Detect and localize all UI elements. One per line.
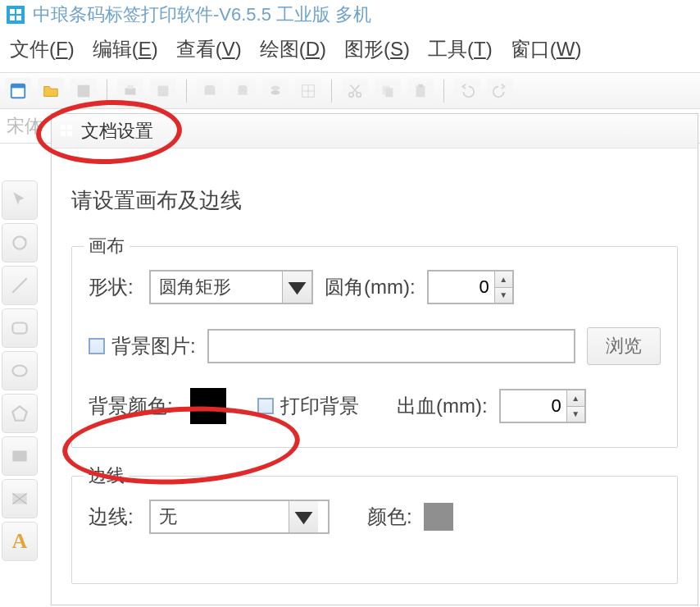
- border-label: 边线:: [89, 504, 138, 530]
- menu-file[interactable]: 文件(F): [10, 36, 75, 62]
- tool-new-icon[interactable]: [5, 78, 31, 104]
- bgimage-checkbox[interactable]: 背景图片:: [89, 333, 196, 359]
- dialog-heading: 请设置画布及边线: [71, 186, 678, 215]
- toolbar-separator: [443, 80, 444, 103]
- border-combobox[interactable]: 无: [149, 500, 330, 534]
- shape-label: 形状:: [89, 274, 138, 300]
- dialog-icon: [60, 121, 73, 142]
- svg-marker-41: [295, 511, 313, 523]
- dialog-titlebar[interactable]: 文档设置: [52, 114, 698, 148]
- toolbar-separator: [331, 80, 332, 103]
- shape-value: 圆角矩形: [151, 272, 282, 303]
- dialog-title: 文档设置: [81, 119, 153, 144]
- app-icon: [7, 6, 25, 24]
- group-canvas-legend: 画布: [84, 234, 130, 258]
- svg-rect-13: [239, 87, 248, 94]
- tool-text-icon[interactable]: A: [2, 522, 38, 561]
- tool-redo-icon[interactable]: [487, 78, 513, 104]
- svg-rect-39: [67, 131, 72, 136]
- radius-up-icon[interactable]: ▲: [495, 272, 512, 288]
- tool-rotate-icon[interactable]: [2, 223, 38, 262]
- font-name-display[interactable]: 宋体: [7, 116, 43, 136]
- menu-draw[interactable]: 绘图(D): [260, 36, 326, 62]
- svg-rect-29: [12, 323, 26, 334]
- dialog-body: 请设置画布及边线 画布 形状: 圆角矩形 圆角(mm): ▲ ▼: [52, 148, 698, 607]
- svg-rect-38: [61, 131, 66, 136]
- bgcolor-swatch[interactable]: [190, 388, 226, 424]
- svg-point-27: [13, 236, 25, 249]
- checkbox-icon: [89, 338, 105, 354]
- tool-cylinder-icon[interactable]: [230, 78, 256, 104]
- chevron-down-icon[interactable]: [289, 501, 318, 532]
- bleed-input[interactable]: [501, 390, 566, 422]
- browse-button[interactable]: 浏览: [587, 327, 661, 365]
- tool-line-icon[interactable]: [2, 266, 38, 305]
- menu-shape[interactable]: 图形(S): [344, 36, 410, 62]
- tool-paste-icon[interactable]: [407, 78, 434, 104]
- toolbar-separator: [186, 80, 187, 103]
- bgcolor-label: 背景颜色:: [89, 393, 179, 419]
- tool-ellipse-icon[interactable]: [2, 351, 38, 390]
- document-settings-dialog: 文档设置 请设置画布及边线 画布 形状: 圆角矩形 圆角(mm): ▲: [51, 113, 698, 605]
- toolbar: [0, 73, 700, 109]
- tool-save-icon[interactable]: [70, 78, 97, 104]
- menu-tools[interactable]: 工具(T): [428, 36, 493, 62]
- group-canvas: 画布 形状: 圆角矩形 圆角(mm): ▲ ▼: [71, 246, 678, 448]
- bgimage-path-input[interactable]: [207, 329, 575, 363]
- border-color-label: 颜色:: [367, 504, 412, 530]
- svg-rect-2: [10, 16, 15, 21]
- svg-rect-9: [158, 85, 169, 96]
- svg-point-30: [12, 366, 26, 377]
- border-color-swatch[interactable]: [424, 503, 453, 531]
- tool-roundrect-icon[interactable]: [2, 308, 38, 348]
- border-value: 无: [151, 501, 289, 532]
- tool-open-icon[interactable]: [38, 78, 64, 104]
- radius-down-icon[interactable]: ▼: [495, 288, 512, 304]
- tool-db-icon[interactable]: [197, 78, 223, 104]
- radius-input[interactable]: [429, 272, 494, 303]
- svg-point-14: [271, 85, 280, 90]
- svg-rect-6: [78, 84, 90, 97]
- printbg-label: 打印背景: [280, 393, 359, 419]
- menu-window[interactable]: 窗口(W): [511, 36, 582, 62]
- radius-stepper[interactable]: ▲ ▼: [427, 270, 514, 304]
- menu-edit[interactable]: 编辑(E): [93, 36, 158, 62]
- tool-grid-icon[interactable]: [295, 78, 321, 104]
- svg-rect-11: [205, 87, 216, 94]
- tool-polygon-icon[interactable]: [2, 394, 38, 433]
- tool-pattern-icon[interactable]: [2, 479, 38, 518]
- tool-undo-icon[interactable]: [454, 78, 480, 104]
- printbg-checkbox[interactable]: 打印背景: [257, 393, 359, 419]
- tool-pointer-icon[interactable]: [2, 180, 38, 220]
- svg-line-28: [12, 278, 26, 292]
- chevron-down-icon[interactable]: [282, 272, 311, 303]
- svg-rect-25: [416, 85, 425, 97]
- svg-rect-26: [418, 84, 423, 87]
- svg-rect-24: [385, 88, 393, 97]
- menu-view[interactable]: 查看(V): [176, 36, 242, 62]
- svg-rect-7: [125, 88, 136, 94]
- bleed-stepper[interactable]: ▲ ▼: [499, 389, 586, 423]
- bleed-up-icon[interactable]: ▲: [567, 390, 584, 407]
- group-border-legend: 边线: [84, 463, 130, 488]
- group-border: 边线 边线: 无 颜色:: [71, 476, 678, 584]
- tool-stack-icon[interactable]: [262, 78, 289, 104]
- bleed-down-icon[interactable]: ▼: [567, 407, 584, 422]
- checkbox-icon: [257, 398, 274, 414]
- svg-rect-5: [11, 84, 25, 88]
- shape-combobox[interactable]: 圆角矩形: [149, 270, 313, 304]
- tool-cut-icon[interactable]: [342, 78, 368, 104]
- tool-rect-icon[interactable]: [2, 436, 38, 476]
- tool-export-icon[interactable]: [150, 78, 176, 104]
- tool-copy-icon[interactable]: [375, 78, 401, 104]
- svg-rect-3: [16, 16, 21, 21]
- app-titlebar: 中琅条码标签打印软件-V6.5.5 工业版 多机: [0, 0, 700, 30]
- radius-label: 圆角(mm):: [325, 274, 416, 300]
- tool-print-icon[interactable]: [117, 78, 143, 104]
- left-tool-strip: A: [2, 180, 39, 561]
- svg-rect-1: [16, 9, 21, 14]
- svg-rect-36: [61, 125, 66, 130]
- menubar: 文件(F) 编辑(E) 查看(V) 绘图(D) 图形(S) 工具(T) 窗口(W…: [0, 30, 700, 73]
- bgimage-label: 背景图片:: [111, 333, 196, 359]
- svg-rect-32: [12, 451, 26, 462]
